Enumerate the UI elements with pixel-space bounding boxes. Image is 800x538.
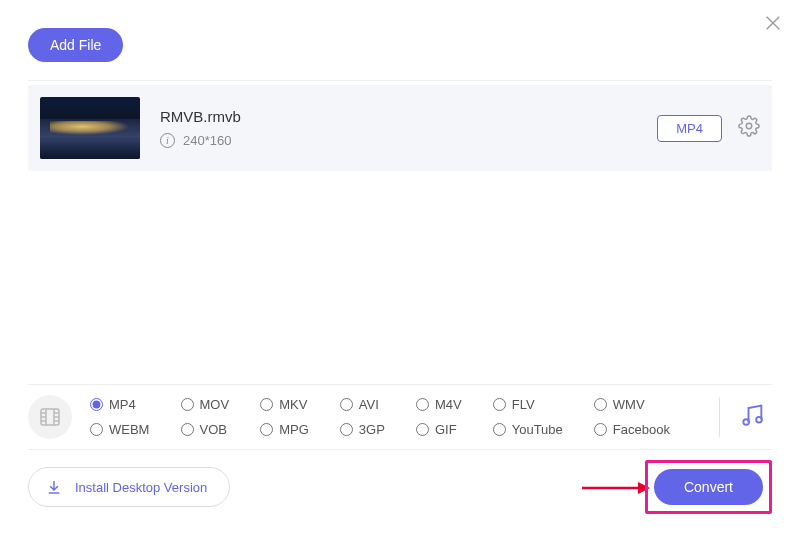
video-thumbnail[interactable]: [40, 97, 140, 159]
format-label: MKV: [279, 397, 307, 412]
divider: [28, 80, 772, 81]
annotation-highlight: Convert: [645, 460, 772, 514]
format-option-m4v[interactable]: M4V: [416, 397, 493, 412]
format-option-webm[interactable]: WEBM: [90, 422, 181, 437]
format-label: WMV: [613, 397, 645, 412]
format-option-youtube[interactable]: YouTube: [493, 422, 594, 437]
format-radio[interactable]: [90, 398, 103, 411]
svg-point-10: [743, 419, 749, 425]
format-radio[interactable]: [260, 423, 273, 436]
file-meta: i 240*160: [160, 133, 657, 148]
format-radio[interactable]: [260, 398, 273, 411]
output-format-badge[interactable]: MP4: [657, 115, 722, 142]
format-option-mpg[interactable]: MPG: [260, 422, 340, 437]
format-section: MP4MOVMKVAVIM4VFLVWMVWEBMVOBMPG3GPGIFYou…: [28, 384, 772, 450]
format-option-mp4[interactable]: MP4: [90, 397, 181, 412]
format-option-vob[interactable]: VOB: [181, 422, 261, 437]
format-label: AVI: [359, 397, 379, 412]
format-label: WEBM: [109, 422, 149, 437]
format-radio[interactable]: [594, 423, 607, 436]
format-label: FLV: [512, 397, 535, 412]
install-desktop-label: Install Desktop Version: [75, 480, 207, 495]
format-option-mov[interactable]: MOV: [181, 397, 261, 412]
format-option-gif[interactable]: GIF: [416, 422, 493, 437]
format-label: MPG: [279, 422, 309, 437]
format-option-flv[interactable]: FLV: [493, 397, 594, 412]
footer-bar: Install Desktop Version Convert: [28, 460, 772, 514]
format-label: MOV: [200, 397, 230, 412]
format-radio[interactable]: [181, 423, 194, 436]
format-option-wmv[interactable]: WMV: [594, 397, 701, 412]
gear-icon[interactable]: [738, 115, 760, 141]
file-name: RMVB.rmvb: [160, 108, 657, 125]
info-icon[interactable]: i: [160, 133, 175, 148]
format-label: MP4: [109, 397, 136, 412]
format-label: YouTube: [512, 422, 563, 437]
format-radio[interactable]: [416, 398, 429, 411]
svg-point-11: [756, 417, 762, 423]
file-info: RMVB.rmvb i 240*160: [160, 108, 657, 148]
format-radio[interactable]: [340, 398, 353, 411]
svg-point-0: [746, 123, 752, 129]
section-divider: [719, 397, 720, 437]
download-icon: [45, 478, 63, 496]
file-row: RMVB.rmvb i 240*160 MP4: [28, 85, 772, 171]
file-resolution: 240*160: [183, 133, 231, 148]
add-file-button[interactable]: Add File: [28, 28, 123, 62]
format-radio[interactable]: [493, 398, 506, 411]
music-mode-icon[interactable]: [738, 401, 772, 433]
install-desktop-button[interactable]: Install Desktop Version: [28, 467, 230, 507]
format-grid: MP4MOVMKVAVIM4VFLVWMVWEBMVOBMPG3GPGIFYou…: [90, 397, 701, 437]
format-label: M4V: [435, 397, 462, 412]
format-radio[interactable]: [90, 423, 103, 436]
format-label: Facebook: [613, 422, 670, 437]
format-label: VOB: [200, 422, 227, 437]
format-radio[interactable]: [493, 423, 506, 436]
format-option-3gp[interactable]: 3GP: [340, 422, 416, 437]
format-radio[interactable]: [181, 398, 194, 411]
format-radio[interactable]: [340, 423, 353, 436]
convert-button[interactable]: Convert: [654, 469, 763, 505]
format-option-avi[interactable]: AVI: [340, 397, 416, 412]
format-label: GIF: [435, 422, 457, 437]
video-mode-icon[interactable]: [28, 395, 72, 439]
format-radio[interactable]: [416, 423, 429, 436]
format-option-facebook[interactable]: Facebook: [594, 422, 701, 437]
format-label: 3GP: [359, 422, 385, 437]
close-icon[interactable]: [764, 14, 782, 36]
format-option-mkv[interactable]: MKV: [260, 397, 340, 412]
format-radio[interactable]: [594, 398, 607, 411]
